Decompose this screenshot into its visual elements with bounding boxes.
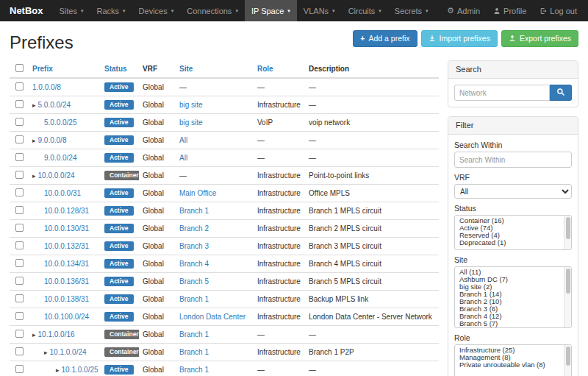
prefix-link[interactable]: 9.0.0.0/8: [38, 136, 67, 144]
row-checkbox[interactable]: [15, 100, 24, 108]
site-link[interactable]: —: [179, 171, 187, 180]
site-link[interactable]: Main Office: [179, 189, 216, 197]
site-filter-option[interactable]: Branch 5 (7): [456, 320, 562, 327]
site-link[interactable]: Branch 1: [179, 330, 209, 338]
prefix-link[interactable]: 9.0.0.0/24: [44, 154, 76, 162]
row-checkbox[interactable]: [15, 153, 24, 161]
site-link[interactable]: London Data Center: [179, 313, 245, 321]
status-filter-option[interactable]: Active (74): [456, 224, 562, 232]
row-checkbox[interactable]: [15, 259, 24, 267]
nav-menu-item[interactable]: Connections ▾: [180, 0, 245, 21]
nav-menu-item[interactable]: IP Space ▾: [245, 0, 297, 21]
prefix-link[interactable]: 10.0.0.130/31: [44, 224, 89, 233]
site-link[interactable]: Branch 4: [179, 260, 209, 268]
prefix-link[interactable]: 10.0.0.138/31: [44, 295, 89, 303]
site-link[interactable]: Branch 5: [179, 277, 209, 285]
site-link[interactable]: —: [179, 83, 187, 91]
nav-admin[interactable]: ⚙ Admin: [440, 0, 487, 21]
site-link[interactable]: Branch 2: [179, 224, 209, 233]
prefix-link[interactable]: 10.1.0.0/25: [62, 366, 98, 374]
row-checkbox[interactable]: [15, 171, 24, 179]
site-filter-option[interactable]: Branch 3 (6): [456, 305, 562, 313]
nav-menu-item[interactable]: Secrets ▾: [388, 0, 435, 21]
prefix-link[interactable]: 10.0.0.0/31: [44, 189, 81, 197]
site-link[interactable]: All: [179, 154, 187, 162]
status-filter-listbox[interactable]: Container (16)Active (74)Reserved (4)Dep…: [454, 215, 572, 250]
scrollbar[interactable]: [564, 345, 571, 376]
status-filter-option[interactable]: Container (16): [456, 217, 562, 224]
status-filter-option[interactable]: Deprecated (1): [456, 239, 562, 246]
site-link[interactable]: big site: [179, 101, 203, 109]
nav-menu-item[interactable]: Circuits ▾: [342, 0, 388, 21]
site-filter-listbox[interactable]: All (11)Ashburn DC (7)big site (2)Branch…: [454, 266, 572, 328]
row-checkbox[interactable]: [15, 277, 24, 285]
site-link[interactable]: big site: [179, 118, 203, 127]
site-filter-option[interactable]: Branch 4 (12): [456, 313, 562, 320]
row-checkbox[interactable]: [15, 206, 24, 214]
site-link[interactable]: Branch 1: [179, 348, 209, 356]
search-button[interactable]: [550, 85, 572, 101]
role-filter-option[interactable]: Infrastructure (25): [456, 347, 562, 354]
prefix-link[interactable]: 10.1.0.0/24: [50, 348, 87, 356]
select-all-checkbox[interactable]: [15, 64, 24, 72]
prefix-link[interactable]: 10.0.0.136/31: [44, 277, 89, 285]
row-checkbox[interactable]: [15, 118, 24, 126]
prefix-link[interactable]: 10.1.0.0/16: [38, 330, 75, 338]
prefix-link[interactable]: 1.0.0.0/8: [32, 83, 61, 91]
row-checkbox[interactable]: [15, 347, 24, 355]
prefix-link[interactable]: 5.0.0.0/24: [38, 101, 71, 109]
status-filter-option[interactable]: Reserved (4): [456, 232, 562, 239]
column-header-status[interactable]: Status: [104, 65, 127, 73]
site-filter-option[interactable]: Branch 1 (14): [456, 291, 562, 298]
site-link[interactable]: Branch 1: [179, 295, 209, 303]
nav-menu-item[interactable]: Sites ▾: [53, 0, 90, 21]
nav-menu-item[interactable]: VLANs ▾: [297, 0, 342, 21]
prefix-link[interactable]: 10.0.100.0/24: [44, 313, 89, 321]
prefix-link[interactable]: 10.0.0.0/24: [38, 171, 75, 180]
prefix-link[interactable]: 10.0.0.132/31: [44, 242, 89, 250]
search-within-input[interactable]: [454, 152, 572, 168]
nav-logout[interactable]: Log out: [533, 0, 584, 21]
site-filter-option[interactable]: All (11): [456, 269, 562, 276]
site-filter-option[interactable]: big site (2): [456, 283, 562, 291]
vrf-filter-select[interactable]: All: [454, 184, 572, 199]
site-link[interactable]: Branch 1: [179, 366, 209, 374]
brand-link[interactable]: NetBox: [0, 0, 53, 21]
scrollbar[interactable]: [564, 267, 571, 327]
role-filter-listbox[interactable]: Infrastructure (25)Management (8)Private…: [454, 344, 572, 376]
site-link[interactable]: All: [179, 136, 187, 144]
nav-menu-item[interactable]: Racks ▾: [90, 0, 132, 21]
row-checkbox[interactable]: [15, 224, 24, 232]
column-header-role[interactable]: Role: [257, 65, 273, 73]
search-input[interactable]: [454, 85, 550, 101]
scrollbar[interactable]: [564, 216, 571, 249]
scrollbar-thumb[interactable]: [566, 347, 570, 366]
scrollbar-thumb[interactable]: [566, 217, 570, 239]
row-checkbox[interactable]: [15, 294, 24, 302]
prefix-link[interactable]: 10.0.0.134/31: [44, 260, 89, 268]
row-checkbox[interactable]: [15, 82, 24, 91]
site-filter-option[interactable]: Ashburn DC (7): [456, 276, 562, 283]
nav-profile[interactable]: Profile: [487, 0, 533, 21]
row-checkbox[interactable]: [15, 188, 24, 196]
role-filter-option[interactable]: Private unrouteable vlan (8): [456, 361, 562, 369]
export-prefixes-button[interactable]: Export prefixes: [501, 30, 578, 47]
scrollbar-thumb[interactable]: [566, 269, 570, 294]
row-checkbox[interactable]: [15, 330, 24, 338]
column-header-prefix[interactable]: Prefix: [32, 65, 53, 73]
role-filter-option[interactable]: Management (8): [456, 354, 562, 361]
prefix-link[interactable]: 10.0.0.128/31: [44, 207, 89, 215]
nav-menu-item[interactable]: Devices ▾: [132, 0, 181, 21]
row-checkbox[interactable]: [15, 312, 24, 320]
row-checkbox[interactable]: [15, 135, 24, 143]
row-checkbox[interactable]: [15, 365, 24, 373]
site-link[interactable]: Branch 3: [179, 242, 209, 250]
add-prefix-button[interactable]: + Add a prefix: [353, 30, 417, 47]
row-checkbox[interactable]: [15, 241, 24, 249]
site-filter-option[interactable]: COLO-1 (24): [456, 327, 562, 328]
column-header-site[interactable]: Site: [179, 65, 193, 73]
prefix-link[interactable]: 5.0.0.0/25: [44, 118, 76, 127]
site-filter-option[interactable]: Branch 2 (10): [456, 298, 562, 305]
site-link[interactable]: Branch 1: [179, 207, 209, 215]
import-prefixes-button[interactable]: Import prefixes: [421, 30, 498, 47]
